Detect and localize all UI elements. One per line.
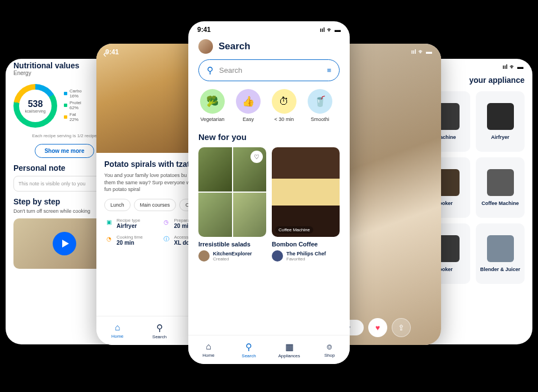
favorite-button[interactable]: ♥ <box>368 318 387 337</box>
tab-search[interactable]: ⚲Search <box>229 335 269 364</box>
home-icon: ⌂ <box>115 323 120 333</box>
recipe-card-salads[interactable]: ♡ Irresistible salads KitchenExplorerCre… <box>198 147 266 262</box>
tab-appliances[interactable]: ▦Appliances <box>269 335 309 364</box>
card-title: Bombon Coffee <box>272 241 340 248</box>
recipe-card-coffee[interactable]: Coffee Machine Bombon Coffee The Philips… <box>272 147 340 262</box>
appliance-card[interactable]: Coffee Machine <box>476 157 525 218</box>
home-icon: ⌂ <box>206 342 211 352</box>
shop-icon: ⌾ <box>327 342 332 352</box>
new-for-you-heading: New for you <box>188 131 350 147</box>
tab-bar: ⌂Home ⚲Search ▦Appliances ⌾Shop <box>188 335 350 364</box>
page-title: Search <box>219 41 251 52</box>
search-icon: ⚲ <box>207 65 214 76</box>
tab-search[interactable]: ⚲Search <box>138 316 180 345</box>
search-input[interactable]: ⚲ Search ≡ <box>198 59 340 81</box>
author-avatar <box>272 250 283 262</box>
filter-icon[interactable]: ≡ <box>327 66 331 74</box>
category-smoothie[interactable]: 🥤Smoothi <box>306 89 334 122</box>
energy-donut-chart: 538 kcal/serving <box>13 84 57 128</box>
search-icon: ⚲ <box>245 342 252 352</box>
user-avatar[interactable] <box>198 39 213 54</box>
show-more-button[interactable]: Show me more <box>35 144 94 158</box>
appliance-tag: Coffee Machine <box>275 226 313 234</box>
favorite-icon[interactable]: ♡ <box>251 151 263 163</box>
search-icon: ⚲ <box>156 323 163 333</box>
appliance-card[interactable]: Blender & Juicer <box>476 223 525 284</box>
search-screen: 9:41 ııl ᯤ ▬ Search ⚲ Search ≡ 🥦Vegetari… <box>188 21 350 364</box>
tab-home[interactable]: ⌂Home <box>188 335 229 364</box>
energy-unit: kcal/serving <box>25 109 46 113</box>
nutrition-legend: Carbo16% Protei62% Fat22% <box>64 88 82 124</box>
appliance-card[interactable]: Airfryer <box>476 91 525 152</box>
back-icon[interactable]: ‹ <box>103 48 106 60</box>
status-indicators: ııl ᯤ ▬ <box>411 48 432 55</box>
meta-recipe-type: ▣Recipe typeAirfryer <box>104 218 157 229</box>
category-row[interactable]: 🥦Vegetarian 👍Easy ⏱< 30 min 🥤Smoothi <box>188 89 350 131</box>
status-indicators: ııl ᯤ ▬ <box>320 26 341 33</box>
grid-icon: ▦ <box>285 342 294 352</box>
category-easy[interactable]: 👍Easy <box>234 89 262 122</box>
play-icon[interactable] <box>53 232 76 255</box>
tab-shop[interactable]: ⌾Shop <box>309 335 350 364</box>
search-placeholder: Search <box>219 66 321 74</box>
status-indicators: ııl ᯤ ▬ <box>503 63 523 70</box>
category-vegetarian[interactable]: 🥦Vegetarian <box>198 89 226 122</box>
share-button[interactable]: ⇪ <box>392 318 411 337</box>
card-title: Irresistible salads <box>198 241 266 248</box>
tag-chip[interactable]: Main courses <box>134 199 177 211</box>
tag-chip[interactable]: Lunch <box>104 199 131 211</box>
author-avatar <box>198 250 210 262</box>
energy-value: 538 <box>28 99 43 109</box>
tab-home[interactable]: ⌂Home <box>96 316 138 345</box>
category-30min[interactable]: ⏱< 30 min <box>270 89 298 122</box>
meta-cook-time: ◔Cooking time20 min <box>104 235 157 246</box>
status-time: 9:41 <box>197 26 211 34</box>
